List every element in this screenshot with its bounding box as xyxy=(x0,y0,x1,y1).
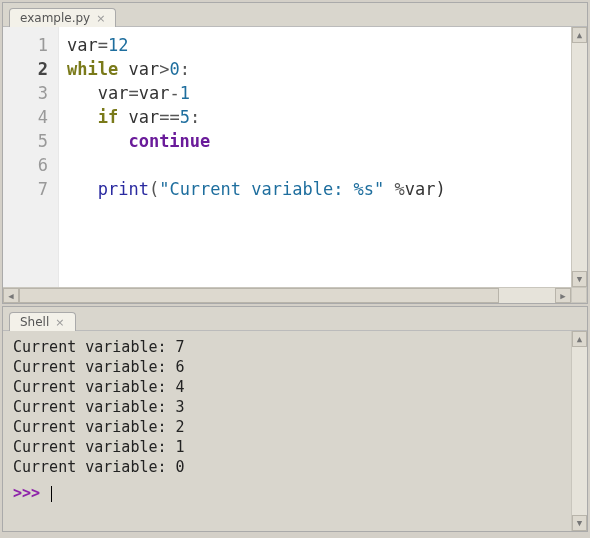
tab-label: Shell xyxy=(20,315,49,329)
code-line[interactable]: continue xyxy=(67,129,579,153)
line-number: 3 xyxy=(3,81,48,105)
line-number-gutter: 1234567 xyxy=(3,27,59,303)
shell-tabbar: Shell × xyxy=(3,307,587,331)
text-cursor xyxy=(51,486,52,502)
line-number: 5 xyxy=(3,129,48,153)
code-line[interactable]: print("Current variable: %s" %var) xyxy=(67,177,579,201)
code-line[interactable]: if var==5: xyxy=(67,105,579,129)
line-number: 4 xyxy=(3,105,48,129)
scroll-down-icon[interactable]: ▼ xyxy=(572,515,587,531)
editor-vertical-scrollbar[interactable]: ▲ ▼ xyxy=(571,27,587,287)
editor-panel: example.py × 1234567 var=12while var>0: … xyxy=(2,2,588,304)
line-number: 2 xyxy=(3,57,48,81)
code-line[interactable] xyxy=(67,153,579,177)
shell-line: Current variable: 6 xyxy=(13,357,577,377)
shell-prompt-line[interactable]: >>> xyxy=(13,483,577,503)
code-area[interactable]: 1234567 var=12while var>0: var=var-1 if … xyxy=(3,27,587,303)
line-number: 1 xyxy=(3,33,48,57)
shell-line: Current variable: 1 xyxy=(13,437,577,457)
scrollbar-thumb[interactable] xyxy=(19,288,499,303)
code-line[interactable]: var=var-1 xyxy=(67,81,579,105)
tab-example-py[interactable]: example.py × xyxy=(9,8,116,27)
shell-line: Current variable: 4 xyxy=(13,377,577,397)
editor-horizontal-scrollbar[interactable]: ◀ ▶ xyxy=(3,287,571,303)
shell-output[interactable]: Current variable: 7Current variable: 6Cu… xyxy=(3,331,587,531)
shell-panel: Shell × Current variable: 7Current varia… xyxy=(2,306,588,532)
shell-line: Current variable: 2 xyxy=(13,417,577,437)
scroll-right-icon[interactable]: ▶ xyxy=(555,288,571,303)
code-text[interactable]: var=12while var>0: var=var-1 if var==5: … xyxy=(59,27,587,303)
scroll-up-icon[interactable]: ▲ xyxy=(572,331,587,347)
editor-tabbar: example.py × xyxy=(3,3,587,27)
shell-content: Current variable: 7Current variable: 6Cu… xyxy=(3,331,587,531)
line-number: 7 xyxy=(3,177,48,201)
prompt-symbol: >>> xyxy=(13,484,49,502)
editor-content: 1234567 var=12while var>0: var=var-1 if … xyxy=(3,27,587,303)
shell-vertical-scrollbar[interactable]: ▲ ▼ xyxy=(571,331,587,531)
tab-label: example.py xyxy=(20,11,90,25)
close-icon[interactable]: × xyxy=(96,13,105,24)
code-line[interactable]: var=12 xyxy=(67,33,579,57)
scrollbar-corner xyxy=(571,287,587,303)
shell-line: Current variable: 7 xyxy=(13,337,577,357)
scroll-left-icon[interactable]: ◀ xyxy=(3,288,19,303)
tab-shell[interactable]: Shell × xyxy=(9,312,76,331)
shell-line: Current variable: 0 xyxy=(13,457,577,477)
line-number: 6 xyxy=(3,153,48,177)
scroll-down-icon[interactable]: ▼ xyxy=(572,271,587,287)
close-icon[interactable]: × xyxy=(55,317,64,328)
code-line[interactable]: while var>0: xyxy=(67,57,579,81)
scroll-up-icon[interactable]: ▲ xyxy=(572,27,587,43)
shell-line: Current variable: 3 xyxy=(13,397,577,417)
